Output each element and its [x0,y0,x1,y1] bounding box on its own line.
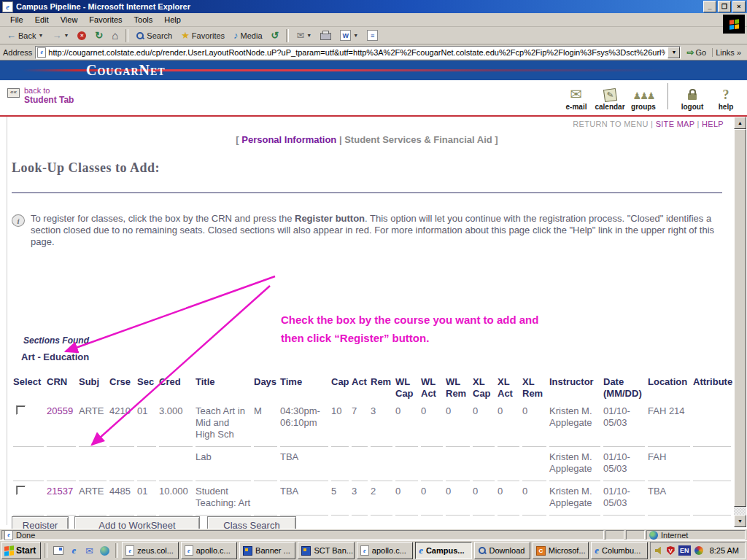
minimize-button[interactable]: _ [703,1,716,12]
scroll-down-button[interactable]: ▼ [734,515,746,527]
cell [254,447,277,481]
email-button[interactable]: ✉ e-mail [560,85,593,111]
menu-tools[interactable]: Tools [128,14,159,26]
class-search-button[interactable]: Class Search [207,516,296,529]
address-bar: Address e http://cougarnet.colstate.edu/… [0,44,747,61]
stop-button[interactable]: × [74,31,90,41]
cell: Lab [196,447,251,481]
forward-button[interactable]: → ▼ [48,30,72,41]
show-desktop-icon[interactable] [53,545,64,556]
cell: 0 [446,481,470,516]
back-to-student-tab-link[interactable]: «« back toStudent Tab [7,86,74,105]
back-button[interactable]: ← Back ▼ [3,30,47,41]
go-button[interactable]: ⇨ Go [684,47,709,58]
status-pane [626,530,645,540]
column-header: WLCap [395,375,418,401]
task-label: Campus... [426,546,465,555]
taskbar-task-button[interactable]: eapollo.c... [181,542,237,559]
cell: 4485 [109,481,134,516]
crn-link[interactable]: 20559 [47,401,76,447]
menu-favorites[interactable]: Favorites [83,14,128,26]
status-bar: e Done Internet [0,529,747,540]
crn-checkbox[interactable] [16,405,26,415]
logout-button[interactable]: logout [676,85,709,111]
media-button[interactable]: ♪ Media [230,30,266,41]
taskbar-task-button[interactable]: SCT Ban... [298,542,354,559]
search-button[interactable]: Search [132,31,176,41]
home-button[interactable]: ⌂ [108,29,122,42]
restore-button[interactable]: ❐ [718,1,731,12]
vertical-scrollbar[interactable]: ▲ ▼ [734,117,746,527]
calendar-button[interactable]: ✎ calendar [593,85,627,111]
back-dropdown-icon[interactable]: ▼ [38,33,43,38]
column-header: Crse [109,375,134,401]
links-chevron-icon[interactable]: » [737,48,741,57]
instructions-text: To register for classes, click the box b… [31,213,725,248]
taskbar-task-button[interactable]: eColumbu... [591,542,647,559]
scroll-up-button[interactable]: ▲ [734,117,746,129]
crn-link[interactable]: 21537 [47,481,76,516]
cell [693,481,731,516]
internet-explorer-icon[interactable]: e [68,545,80,556]
crn-checkbox[interactable] [16,486,26,495]
print-button[interactable] [317,30,335,41]
cell: 10 [331,401,349,447]
mail-dropdown-icon[interactable]: ▼ [306,33,311,38]
task-label: Microsof... [549,546,586,555]
site-map-link[interactable]: SITE MAP [656,120,695,128]
cell: FAH 214 [648,401,690,447]
language-indicator[interactable]: EN [678,545,691,556]
discuss-icon: ≡ [367,30,378,41]
volume-icon[interactable] [655,547,663,555]
status-pane [605,530,624,540]
add-to-worksheet-button[interactable]: Add to WorkSheet [74,516,200,529]
taskbar-task-button[interactable]: ezeus.col... [122,542,178,559]
discuss-button[interactable]: ≡ [363,29,382,42]
address-dropdown-icon[interactable]: ▼ [667,47,680,58]
quick-launch-bar: e ✉ [51,545,112,556]
print-icon [320,33,331,40]
cell [254,481,277,516]
edit-button[interactable]: W ▼ [336,29,362,42]
outlook-express-icon[interactable]: ✉ [83,545,95,556]
history-button[interactable]: ↺ [268,30,283,41]
scrollbar-thumb[interactable] [734,129,746,507]
student-services-link[interactable]: Student Services & Financial Aid [344,134,492,145]
favorites-button[interactable]: ★ Favorites [177,30,228,41]
page-icon: e [37,47,46,58]
taskbar-task-button[interactable]: eCampus... [415,542,471,559]
help-link[interactable]: HELP [702,120,724,128]
menu-file[interactable]: File [4,14,29,26]
return-to-menu-link[interactable]: RETURN TO MENU [573,120,648,128]
mail-button[interactable]: ✉ ▼ [293,30,315,41]
banner-icon-bar: ✉ e-mail ✎ calendar ♟♟♟ groups logout ? … [560,83,743,111]
refresh-button[interactable]: ↻ [91,30,107,41]
groups-button[interactable]: ♟♟♟ groups [627,85,660,111]
address-input[interactable]: e http://cougarnet.colstate.edu/cp/rende… [35,46,681,59]
menu-view[interactable]: View [55,14,84,26]
start-button[interactable]: Start [1,542,41,559]
horizontal-rule [12,192,722,193]
cell: 0 [473,481,495,516]
register-button[interactable]: Register [12,516,69,529]
personal-information-link[interactable]: Personal Information [241,134,336,145]
cell: 0 [522,401,546,447]
cell: TBA [648,481,690,516]
column-header: XLRem [522,375,546,401]
taskbar-task-button[interactable]: Banner ... [239,542,295,559]
antivirus-shield-icon[interactable]: V [667,546,675,555]
taskbar-task-button[interactable]: Download [474,542,530,559]
taskbar-task-button[interactable]: eapollo.c... [357,542,413,559]
refresh-icon: ↻ [95,31,103,40]
edit-dropdown-icon[interactable]: ▼ [353,33,358,38]
menu-help[interactable]: Help [158,14,187,26]
tray-app-icon[interactable] [694,546,703,555]
forward-dropdown-icon[interactable]: ▼ [63,33,69,38]
media-player-icon[interactable] [98,545,110,556]
menu-edit[interactable]: Edit [29,14,55,26]
taskbar-task-button[interactable]: CMicrosof... [533,542,589,559]
help-button[interactable]: ? help [709,85,743,111]
links-button[interactable]: Links » [712,48,744,57]
cell [331,447,349,481]
close-button[interactable]: × [732,1,746,12]
